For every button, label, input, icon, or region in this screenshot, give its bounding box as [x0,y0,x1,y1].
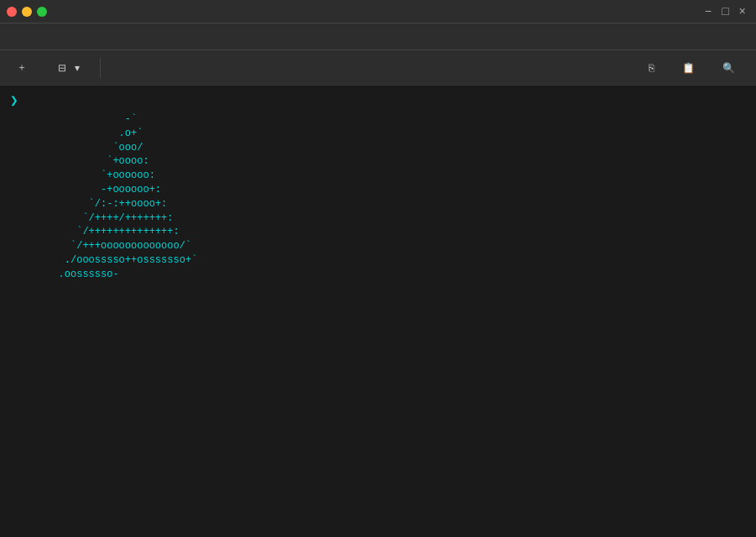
split-view-icon: ⊟ [58,62,66,74]
terminal-area[interactable]: ❯ -` .o+` `ooo/ `+oooo: `+oooooo: -+oooo… [0,86,756,480]
prompt-line: ❯ [10,92,746,109]
toolbar-separator [100,58,101,78]
paste-button[interactable]: 📋 [672,57,709,79]
menu-plugins[interactable] [77,34,94,40]
window-controls [7,7,47,17]
menu-view[interactable] [40,34,57,40]
menu-edit[interactable] [22,34,39,40]
toolbar-right: ⎘ 📋 🔍 [639,57,749,79]
find-button[interactable]: 🔍 [712,57,749,79]
ascii-art: -` .o+` `ooo/ `+oooo: `+oooooo: -+oooooo… [10,112,279,282]
menu-bar [0,23,756,50]
copy-icon: ⎘ [649,62,654,74]
menu-help[interactable] [114,34,131,40]
title-bar-right: − □ × [701,3,749,20]
toolbar: ＋ ⊟ ▾ ⎘ 📋 🔍 [0,50,756,86]
wm-minimize[interactable]: − [701,3,715,20]
search-icon: 🔍 [722,62,735,74]
wm-maximize[interactable]: □ [718,3,732,20]
maximize-button[interactable] [37,7,47,17]
wm-close[interactable]: × [736,3,749,20]
new-tab-button[interactable]: ＋ [7,55,41,80]
terminal-content: -` .o+` `ooo/ `+oooo: `+oooooo: -+oooooo… [10,112,746,282]
neofetch-ascii: -` .o+` `ooo/ `+oooo: `+oooooo: -+oooooo… [10,112,279,282]
menu-file[interactable] [3,34,20,40]
copy-button[interactable]: ⎘ [639,57,669,79]
menu-settings[interactable] [96,34,112,40]
title-bar: − □ × [0,0,756,23]
new-tab-icon: ＋ [17,60,27,75]
chevron-down-icon: ▾ [75,62,80,74]
prompt-arrow: ❯ [10,92,18,109]
split-view-button[interactable]: ⊟ ▾ [48,57,90,79]
paste-icon: 📋 [682,62,695,74]
close-button[interactable] [7,7,17,17]
menu-bookmarks[interactable] [59,34,76,40]
minimize-button[interactable] [22,7,32,17]
